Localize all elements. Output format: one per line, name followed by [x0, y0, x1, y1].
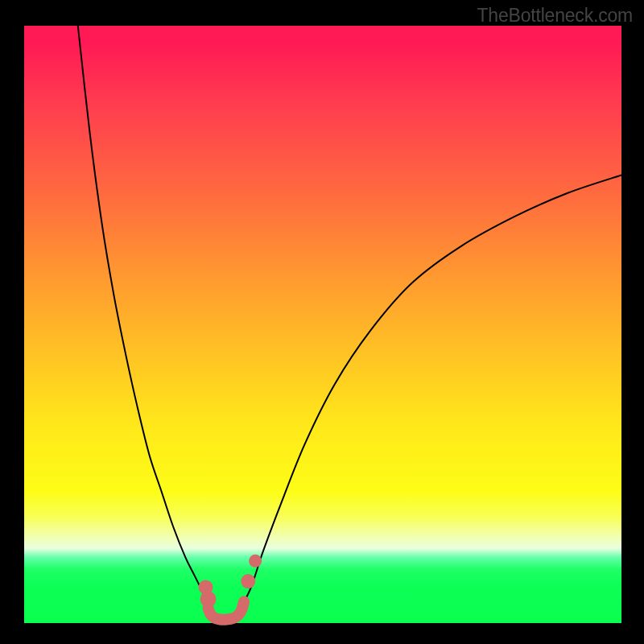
- marker-left-bump-mid: [200, 591, 217, 607]
- chart-marker-layer: [199, 555, 262, 607]
- chart-svg: [24, 26, 621, 623]
- series-right-branch: [242, 175, 621, 605]
- series-left-branch: [78, 26, 209, 605]
- chart-series-layer: [78, 26, 621, 620]
- chart-plot-area: [24, 26, 621, 623]
- watermark-text: TheBottleneck.com: [477, 5, 633, 27]
- chart-frame: TheBottleneck.com: [0, 0, 644, 644]
- marker-right-bump-high: [241, 574, 255, 588]
- marker-right-bump-dot: [249, 555, 262, 568]
